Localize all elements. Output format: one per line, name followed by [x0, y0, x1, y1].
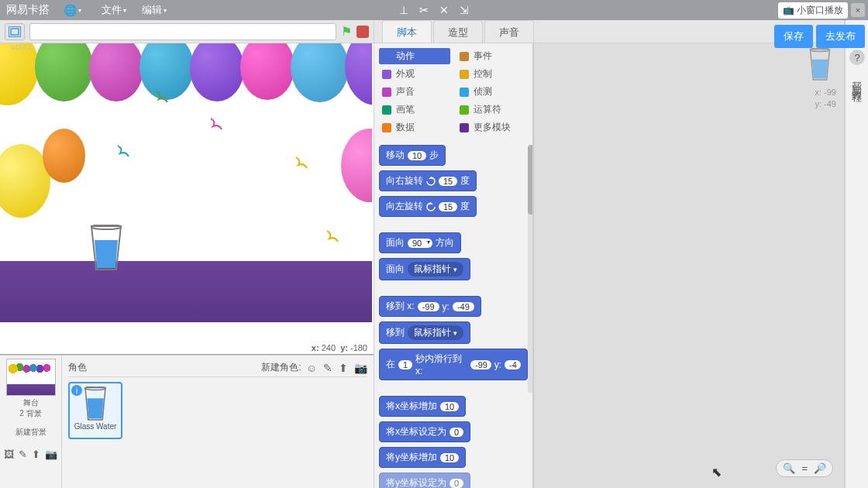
help-icon[interactable]: ? — [849, 50, 865, 65]
app-logo: 网易卡搭 — [6, 3, 50, 17]
zoom-reset-icon[interactable]: = — [801, 462, 808, 474]
help-panel-label: 帮助与教程 — [850, 73, 864, 88]
block-goto[interactable]: 移到鼠标指针 — [379, 321, 470, 344]
palette-scrollbar[interactable] — [528, 145, 533, 215]
sprite-position-readout: x: -99 y: -49 — [815, 87, 836, 111]
sprite-item-glass-water[interactable]: i Glass Water — [68, 382, 122, 439]
cut-icon[interactable]: ✂ — [419, 4, 429, 16]
selected-sprite-preview — [807, 48, 833, 82]
backdrop-library-icon[interactable]: 🖼 — [4, 448, 14, 460]
sprite-library-icon[interactable]: ☺ — [306, 362, 317, 374]
block-glide[interactable]: 在1秒内滑行到 x:-99y:-4 — [379, 349, 528, 380]
category-sound[interactable]: 声音 — [379, 84, 450, 100]
sprite-glass-water[interactable] — [90, 225, 122, 274]
block-turn-left[interactable]: 向左旋转15度 — [379, 196, 477, 217]
sprite-upload-icon[interactable]: ⬆ — [339, 362, 348, 374]
script-canvas[interactable]: x: -99 y: -49 🔍 = 🔎 — [533, 43, 844, 488]
stamp-icon[interactable]: ⊥ — [399, 4, 408, 16]
category-pen[interactable]: 画笔 — [379, 101, 450, 118]
stop-icon[interactable] — [356, 26, 369, 38]
contract-icon[interactable]: ⇲ — [460, 4, 469, 16]
tab-scripts[interactable]: 脚本 — [382, 20, 432, 43]
category-motion[interactable]: 动作 — [379, 48, 450, 64]
category-data[interactable]: 数据 — [379, 119, 450, 136]
stage-canvas[interactable] — [0, 43, 372, 322]
sprite-paint-icon[interactable]: ✎ — [323, 362, 332, 374]
category-operators[interactable]: 运算符 — [456, 101, 528, 118]
block-change-y[interactable]: 将y坐标增加10 — [379, 447, 466, 468]
fullscreen-icon[interactable] — [5, 23, 25, 40]
block-palette: 移动10步 向右旋转15度 向左旋转15度 面向90▾方向 面向鼠标指针 移到 … — [374, 140, 532, 488]
green-flag-icon[interactable]: ⚑ — [341, 24, 352, 39]
sprite-info-icon[interactable]: i — [71, 385, 82, 396]
zoom-in-icon[interactable]: 🔎 — [814, 462, 826, 474]
category-control[interactable]: 控制 — [456, 66, 528, 82]
menu-edit[interactable]: 编辑▾ — [134, 3, 174, 17]
stage-thumbnail[interactable] — [6, 359, 56, 396]
version-label: v452.1 — [11, 43, 32, 51]
block-change-x[interactable]: 将x坐标增加10 — [379, 396, 466, 417]
backdrop-upload-icon[interactable]: ⬆ — [32, 448, 40, 460]
publish-button[interactable]: 去发布 — [816, 25, 865, 48]
zoom-controls: 🔍 = 🔎 — [776, 459, 833, 477]
block-move-steps[interactable]: 移动10步 — [379, 145, 446, 166]
block-set-x[interactable]: 将x坐标设定为0 — [379, 421, 470, 442]
block-set-y[interactable]: 将y坐标设定为0 — [379, 473, 470, 488]
block-goto-xy[interactable]: 移到 x:-99y:-49 — [379, 296, 481, 317]
backdrop-camera-icon[interactable]: 📷 — [45, 448, 57, 460]
category-events[interactable]: 事件 — [456, 48, 528, 64]
block-point-direction[interactable]: 面向90▾方向 — [379, 232, 461, 253]
small-window-play-button[interactable]: 📺 小窗口播放 — [778, 2, 848, 19]
tab-sounds[interactable]: 声音 — [484, 20, 534, 43]
sprite-camera-icon[interactable]: 📷 — [354, 362, 367, 374]
expand-icon[interactable]: ✕ — [439, 4, 449, 16]
language-icon[interactable]: 🌐▾ — [56, 4, 89, 16]
block-turn-right[interactable]: 向右旋转15度 — [379, 170, 477, 191]
backdrop-paint-icon[interactable]: ✎ — [19, 448, 27, 460]
category-looks[interactable]: 外观 — [379, 66, 450, 82]
save-button[interactable]: 保存 — [774, 25, 813, 48]
menu-bar: 网易卡搭 🌐▾ 文件▾ 编辑▾ ⊥ ✂ ✕ ⇲ 📺 小窗口播放 × — [0, 0, 868, 20]
category-sensing[interactable]: 侦测 — [456, 84, 528, 100]
svg-rect-1 — [11, 29, 19, 35]
menu-file[interactable]: 文件▾ — [94, 3, 134, 17]
project-title-input[interactable] — [29, 23, 336, 40]
stage-mouse-coords: x: 240 y: -180 — [312, 343, 367, 352]
tab-costumes[interactable]: 造型 — [433, 20, 483, 43]
category-more[interactable]: 更多模块 — [456, 119, 528, 136]
sprites-title: 角色 — [68, 361, 87, 374]
stage-header: ⚑ — [0, 20, 374, 43]
block-point-towards[interactable]: 面向鼠标指针 — [379, 258, 470, 280]
close-button[interactable]: × — [851, 3, 865, 17]
zoom-out-icon[interactable]: 🔍 — [783, 462, 795, 474]
